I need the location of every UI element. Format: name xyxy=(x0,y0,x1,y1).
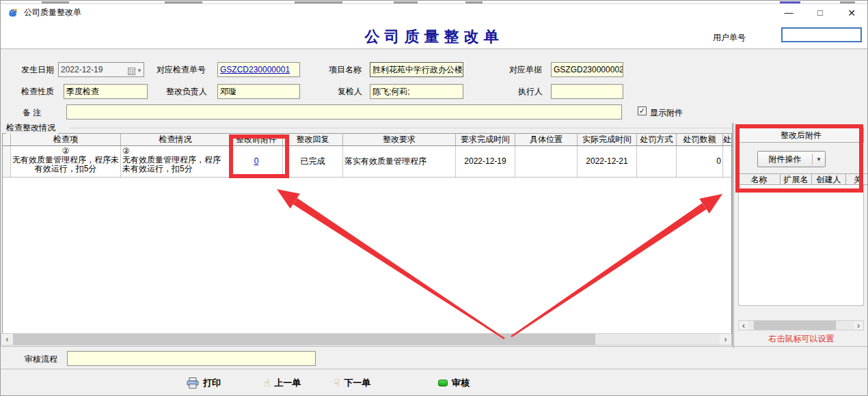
main-scroll-track[interactable] xyxy=(13,334,720,345)
ref-doc-field[interactable]: GSZGD230000002 xyxy=(551,62,623,77)
bg-artifact xyxy=(394,1,418,3)
minimize-button[interactable]: — xyxy=(773,4,804,21)
attach-before-link[interactable]: 0 xyxy=(254,156,259,166)
review-flow-label: 审核流程 xyxy=(25,354,57,365)
maximize-button[interactable]: □ xyxy=(804,4,836,21)
user-no-label: 用户单号 xyxy=(713,32,746,44)
chevron-down-icon[interactable]: ▼ xyxy=(813,156,825,162)
col-attach-ext[interactable]: 扩展名 xyxy=(781,174,812,184)
clipped-cell xyxy=(723,146,732,177)
check-no-label: 对应检查单号 xyxy=(157,64,206,75)
main-horizontal-scrollbar[interactable]: ‹ › xyxy=(1,333,732,345)
attachment-list-area xyxy=(738,185,864,306)
col-attach-creator[interactable]: 创建人 xyxy=(812,174,846,184)
required-time-cell: 2022-12-19 xyxy=(456,146,515,177)
rect-owner-label: 整改负责人 xyxy=(166,86,207,97)
group-label: 检查整改情况 xyxy=(6,122,58,134)
bg-artifact xyxy=(840,1,855,3)
executor-field[interactable] xyxy=(551,84,623,99)
panel-scroll-right-icon[interactable]: › xyxy=(854,321,863,330)
show-attachment-checkbox[interactable]: ✓ xyxy=(638,107,647,115)
print-label: 打印 xyxy=(203,377,221,389)
app-window: 公司质量整改单 — □ ✕ 公司质量整改单 用户单号 发生日期 2022-12-… xyxy=(0,0,868,396)
col-penalty-amount[interactable]: 处罚数额 xyxy=(677,134,723,145)
bg-artifact xyxy=(42,1,69,3)
row-selector-cell[interactable] xyxy=(3,146,11,177)
hand-up-icon: ☝ xyxy=(264,378,270,388)
attachment-actions-button[interactable]: 附件操作 ▼ xyxy=(757,151,826,167)
panel-scroll-thumb[interactable] xyxy=(754,321,836,330)
review-label: 审核 xyxy=(452,377,470,389)
panel-scroll-track[interactable] xyxy=(748,321,854,330)
panel-scroll-left-icon[interactable]: ‹ xyxy=(739,321,748,330)
reply-cell: 已完成 xyxy=(283,146,343,177)
remark-field[interactable] xyxy=(66,104,622,119)
col-reply[interactable]: 整改回复 xyxy=(283,134,343,145)
check-no-field[interactable]: GSZCD230000001 xyxy=(217,62,300,77)
bg-artifact xyxy=(165,1,202,3)
main-scroll-thumb[interactable] xyxy=(13,334,595,345)
rect-owner-field[interactable]: 邓璇 xyxy=(217,84,300,99)
scroll-left-icon[interactable]: ‹ xyxy=(1,334,13,345)
print-button[interactable]: 打印 xyxy=(187,375,221,391)
rectification-grid: 检查项 检查情况 整改前附件 整改回复 整改要求 要求完成时间 具体位置 实际完… xyxy=(2,133,732,333)
check-item-cell: ② 无有效质量管理程序，程序未有效运行，扣5分 xyxy=(11,146,121,177)
col-location[interactable]: 具体位置 xyxy=(515,134,578,145)
row-selector-header xyxy=(3,134,11,145)
window-title: 公司质量整改单 xyxy=(24,7,81,18)
penalty-type-cell xyxy=(637,146,677,177)
main-panel-divider xyxy=(732,123,733,346)
green-badge-icon xyxy=(438,380,448,386)
close-button[interactable]: ✕ xyxy=(836,4,867,21)
penalty-amount-cell: 0 xyxy=(677,146,723,177)
attach-before-cell: 0 xyxy=(230,146,283,177)
col-check-item[interactable]: 检查项 xyxy=(11,134,121,145)
ref-doc-label: 对应单据 xyxy=(509,64,542,75)
occur-date-field[interactable]: 2022-12-19 ▼ xyxy=(58,62,144,77)
bottom-toolbar: 打印 ☝ 上一单 ☟ 下一单 审核 xyxy=(1,369,868,396)
scroll-right-icon[interactable]: › xyxy=(720,334,731,345)
attachment-list-header: 名称 扩展名 创建人 关 xyxy=(738,173,868,185)
col-attach-before[interactable]: 整改前附件 xyxy=(230,134,283,145)
col-required-time[interactable]: 要求完成时间 xyxy=(456,134,515,145)
bg-artifact xyxy=(780,1,800,3)
rechecker-label: 复检人 xyxy=(338,86,362,97)
title-bar: 公司质量整改单 — □ ✕ xyxy=(1,4,867,21)
col-actual-time[interactable]: 实际完成时间 xyxy=(578,134,637,145)
project-name-field[interactable]: 胜利花苑中学行政办公楼组 xyxy=(370,62,463,77)
panel-horizontal-scrollbar[interactable]: ‹ › xyxy=(738,320,864,330)
grid-header-row: 检查项 检查情况 整改前附件 整改回复 整改要求 要求完成时间 具体位置 实际完… xyxy=(3,134,731,146)
check-detail-cell: ② 无有效质量管理程序，程序未有效运行，扣5分 xyxy=(121,146,230,177)
check-nature-field[interactable]: 季度检查 xyxy=(64,84,148,99)
table-row[interactable]: ② 无有效质量管理程序，程序未有效运行，扣5分 ② 无有效质量管理程序，程序未有… xyxy=(3,146,731,178)
review-flow-row: 审核流程 xyxy=(1,347,868,369)
attachment-panel: 整改后附件 附件操作 ▼ 名称 扩展名 创建人 关 ‹ › 右击鼠标可以设置 xyxy=(733,123,868,348)
date-dropdown-icon[interactable]: ▼ xyxy=(137,64,142,77)
review-flow-field[interactable] xyxy=(67,351,316,366)
check-nature-label: 检查性质 xyxy=(21,86,54,97)
previous-order-label: 上一单 xyxy=(274,377,301,389)
requirement-cell: 落实有效质量管理程序 xyxy=(343,146,456,177)
user-no-input[interactable] xyxy=(781,27,862,42)
executor-label: 执行人 xyxy=(518,86,543,97)
remark-label: 备 注 xyxy=(23,107,41,118)
col-requirement[interactable]: 整改要求 xyxy=(343,134,456,145)
col-clipped: 处 xyxy=(723,134,732,145)
attachment-panel-title: 整改后附件 xyxy=(738,128,864,143)
previous-order-button[interactable]: ☝ 上一单 xyxy=(264,375,301,391)
attachment-actions-label: 附件操作 xyxy=(758,154,812,165)
actual-time-cell: 2022-12-21 xyxy=(578,146,637,177)
bg-artifact xyxy=(465,1,483,3)
project-name-label: 项目名称 xyxy=(329,64,362,75)
col-attach-name[interactable]: 名称 xyxy=(738,174,781,184)
rechecker-field[interactable]: 陈飞;何莉; xyxy=(370,84,463,99)
group-box-line xyxy=(69,128,731,128)
next-order-button[interactable]: ☟ 下一单 xyxy=(334,375,370,391)
col-penalty-type[interactable]: 处罚方式 xyxy=(637,134,677,145)
occur-date-label: 发生日期 xyxy=(21,64,54,75)
occur-date-value: 2022-12-19 xyxy=(61,65,103,74)
col-attach-clipped: 关 xyxy=(846,174,868,184)
review-button[interactable]: 审核 xyxy=(438,375,470,391)
hand-down-icon: ☟ xyxy=(334,378,340,388)
col-check-detail[interactable]: 检查情况 xyxy=(121,134,230,145)
